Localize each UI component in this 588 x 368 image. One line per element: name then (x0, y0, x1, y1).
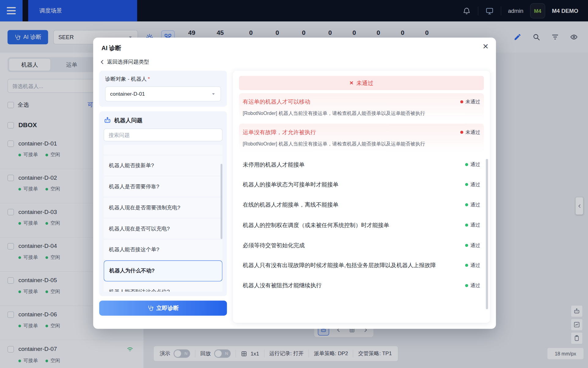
status-text: 未通过 (465, 129, 480, 136)
target-card: 诊断对象 - 机器人* container-D-01 (99, 71, 227, 107)
question-item[interactable]: 机器人是否需要停靠? (104, 176, 222, 197)
results-scrollbar[interactable] (486, 159, 488, 309)
fail-x-icon: × (350, 79, 353, 87)
status-dot-icon (465, 264, 468, 267)
question-item[interactable]: 机器人能否接新单? (104, 155, 222, 176)
status-text: 通过 (470, 201, 480, 208)
question-list: 机器人能否接新单? 机器人是否需要停靠? 机器人现在是否需要强制充电? 机器人现… (104, 145, 222, 292)
question-item[interactable]: 机器人能否到达这个点位? (104, 282, 222, 292)
result-title: 运单没有故障，才允许被执行 (243, 128, 447, 137)
modal-body: 诊断对象 - 机器人* container-D-01 机器人问题 (99, 71, 490, 323)
app-root: 调度场景 admin M4 M4 DEMO AI 诊断 SEER (0, 0, 588, 368)
diagnosis-result-item: 机器人没有被阻挡才能继续执行 通过 (239, 275, 484, 296)
result-title: 机器人没有被阻挡才能继续执行 (243, 282, 447, 290)
result-detail: [RobotNoOrder] 机器人当前没有接运单，请检查机器人能否接单以及运单… (243, 140, 480, 148)
status-dot-icon (465, 223, 468, 226)
status-dot-icon (460, 100, 463, 103)
result-list: 有运单的机器人才可以移动 未通过 [RobotNoOrder] 机器人当前没有接… (239, 93, 484, 296)
question-item[interactable]: 机器人现在是否需要强制充电? (104, 197, 222, 218)
status-text: 未通过 (465, 98, 480, 105)
question-list-scrollbar[interactable] (221, 164, 222, 239)
result-status: 通过 (465, 181, 480, 188)
question-search-input[interactable] (104, 128, 222, 141)
ai-diagnosis-modal: AI 诊断 × 返回选择问题类型 诊断对象 - 机器人* container-D… (93, 38, 496, 329)
diagnosis-result-item: 机器人的接单状态为可接单时才能接单 通过 (239, 175, 484, 195)
status-dot-icon (465, 203, 468, 206)
result-title: 有运单的机器人才可以移动 (243, 98, 447, 106)
status-text: 通过 (470, 282, 480, 289)
result-status: 通过 (465, 161, 480, 168)
result-banner: × 未通过 (239, 76, 484, 90)
status-text: 通过 (470, 161, 480, 168)
result-status: 未通过 (460, 129, 480, 136)
result-status: 通过 (465, 282, 480, 289)
question-item-partial[interactable] (104, 145, 222, 155)
diagnosis-result-item: 机器人只有没有出现故障的时候才能接单,包括业务层故障以及机器人上报故障 通过 (239, 255, 484, 275)
diagnosis-result-item: 必须等待交管初始化完成 通过 (239, 235, 484, 255)
result-title: 未停用的机器人才能接单 (243, 160, 447, 168)
status-text: 通过 (470, 222, 480, 228)
result-title: 机器人只有没有出现故障的时候才能接单,包括业务层故障以及机器人上报故障 (243, 261, 447, 270)
result-status: 未通过 (460, 98, 480, 105)
diagnose-now-label: 立即诊断 (156, 304, 179, 311)
status-text: 通过 (470, 181, 480, 188)
status-text: 通过 (470, 242, 480, 248)
back-button[interactable]: 返回选择问题类型 (99, 59, 149, 65)
robot-icon (104, 116, 111, 124)
diagnose-now-button[interactable]: 立即诊断 (99, 301, 227, 316)
back-label: 返回选择问题类型 (107, 59, 149, 65)
result-detail: [RobotNoOrder] 机器人当前没有接运单，请检查机器人能否接单以及运单… (243, 110, 480, 117)
stethoscope-icon (147, 305, 153, 311)
diagnosis-result-item: 有运单的机器人才可以移动 未通过 [RobotNoOrder] 机器人当前没有接… (239, 93, 484, 122)
question-item[interactable]: 机器人能否接这个单? (104, 239, 222, 260)
result-banner-text: 未通过 (356, 79, 373, 86)
result-title: 机器人的控制权在调度（或未被任何系统控制）时才能接单 (243, 221, 447, 229)
result-status: 通过 (465, 242, 480, 248)
result-title: 在线的机器人才能接单，离线不能接单 (243, 201, 447, 209)
result-title: 必须等待交管初始化完成 (243, 241, 447, 249)
result-title: 机器人的接单状态为可接单时才能接单 (243, 180, 447, 189)
diagnosis-config-panel: 诊断对象 - 机器人* container-D-01 机器人问题 (99, 71, 227, 323)
question-section-title: 机器人问题 (114, 117, 142, 124)
result-status: 通过 (465, 222, 480, 228)
status-dot-icon (465, 183, 468, 186)
diagnosis-result-item: 在线的机器人才能接单，离线不能接单 通过 (239, 195, 484, 215)
modal-title: AI 诊断 (101, 44, 121, 52)
diagnosis-result-item: 未停用的机器人才能接单 通过 (239, 154, 484, 175)
question-card: 机器人问题 机器人能否接新单? 机器人是否需要停靠? 机器人现在是否需要强制充电… (99, 111, 227, 296)
status-dot-icon (465, 163, 468, 166)
question-item[interactable]: 机器人为什么不动? (104, 260, 222, 282)
chevron-left-icon (99, 59, 105, 65)
diagnosis-result-item: 运单没有故障，才允许被执行 未通过 [RobotNoOrder] 机器人当前没有… (239, 124, 484, 152)
chevron-down-icon (211, 91, 216, 97)
close-button[interactable]: × (483, 41, 489, 51)
required-mark: * (148, 76, 150, 82)
status-dot-icon (460, 131, 463, 134)
status-dot-icon (465, 284, 468, 287)
status-dot-icon (465, 244, 468, 247)
diagnosis-result-item: 机器人的控制权在调度（或未被任何系统控制）时才能接单 通过 (239, 215, 484, 235)
status-text: 通过 (470, 262, 480, 269)
target-select-value: container-D-01 (110, 91, 145, 97)
diagnosis-results-panel: × 未通过 有运单的机器人才可以移动 未通过 (233, 71, 490, 323)
question-item[interactable]: 机器人现在是否可以充电? (104, 218, 222, 239)
diagnosis-target-select[interactable]: container-D-01 (105, 86, 221, 101)
target-label: 诊断对象 - 机器人 (105, 76, 147, 82)
result-status: 通过 (465, 201, 480, 208)
result-status: 通过 (465, 262, 480, 269)
